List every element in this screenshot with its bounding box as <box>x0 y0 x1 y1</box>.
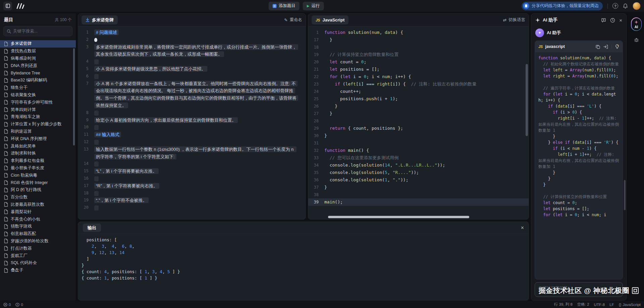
history-clock-icon[interactable] <box>610 18 615 23</box>
code-line: 18 <box>78 190 306 197</box>
problem-list: 多米诺骨牌 查找热点数据 病毒感染时间 <box>0 40 76 274</box>
search-box[interactable] <box>3 26 72 36</box>
send-icon[interactable] <box>614 289 620 294</box>
sidebar-item[interactable]: 环状 DNA 序列整理 <box>0 135 76 142</box>
sidebar-item[interactable]: 链表聚集交换 <box>0 91 76 99</box>
ai-question-input-box[interactable] <box>535 282 623 297</box>
copy-icon[interactable] <box>596 45 600 49</box>
code-editor-panel: JS JavaScript ⇄ 切换语言 1function solution(… <box>308 13 529 220</box>
sidebar-item[interactable]: 及格如此简单 <box>0 142 76 150</box>
sidebar-item[interactable]: 暴雨梨花针 <box>0 208 76 215</box>
sidebar-item[interactable]: DNA 序列还原 <box>0 62 76 69</box>
editor-language-tab[interactable]: JS JavaScript <box>312 15 348 24</box>
document-icon <box>4 78 8 83</box>
cursor-position[interactable]: 行 39, 列 8 <box>554 302 573 307</box>
main-area: 多米诺骨牌 ✎ 重命名 1# 问题描述23多米诺骨牌游戏规则非常简单，将骨牌按一… <box>78 13 529 301</box>
panel-toggle-button[interactable] <box>3 2 12 10</box>
document-icon <box>4 63 8 68</box>
ai-panel-scrollbar[interactable] <box>624 180 626 210</box>
insert-code-icon[interactable] <box>603 45 608 49</box>
problem-tab[interactable]: 多米诺骨牌 <box>82 15 118 24</box>
line-number: 11 <box>78 131 94 138</box>
help-button[interactable]: ? <box>612 3 618 9</box>
run-play-icon: ▶ <box>307 4 310 8</box>
problem-markdown-editor[interactable]: 1# 问题描述23多米诺骨牌游戏规则非常简单，将骨牌按一定间距的尺寸排成单行，或… <box>78 26 306 219</box>
output-tab[interactable]: 输出 <box>83 224 101 232</box>
switch-arrows-icon: ⇄ <box>503 17 506 22</box>
code-line: 18 <box>308 44 529 51</box>
debug-bug-icon[interactable] <box>634 37 639 43</box>
sidebar-item[interactable]: 字符串有多少种可能性 <box>0 99 76 106</box>
code-editor[interactable]: 1function solution(num, data) {17 }1819 … <box>308 26 529 219</box>
editor-vertical-scrollbar[interactable] <box>526 64 528 136</box>
promo-banner[interactable]: 分享代码练习体验，领限量定制周边 <box>522 2 603 10</box>
switch-language-button[interactable]: ⇄ 切换语言 <box>503 17 525 23</box>
sidebar-item[interactable]: 查找热点数据 <box>0 48 76 55</box>
topbar-divider <box>607 3 608 9</box>
sidebar-item[interactable]: Base32 编码和解码 <box>0 77 76 84</box>
sidebar-item[interactable]: 病毒感染时间 <box>0 55 76 62</box>
sidebar-item[interactable]: 比赛最高获胜次数 <box>0 201 76 208</box>
output-close-icon[interactable]: × <box>521 225 524 231</box>
encoding-setting[interactable]: UTF-8 <box>594 303 605 307</box>
editor-horizontal-scrollbar[interactable] <box>328 216 469 218</box>
sidebar-scrollbar[interactable] <box>73 48 75 145</box>
sidebar-item[interactable]: 不再贪心的小包 <box>0 215 76 223</box>
sidebar-item[interactable]: RGB 色值转 Integer <box>0 179 76 186</box>
sidebar-item[interactable]: 穿越沙漠的补给次数 <box>0 238 76 245</box>
output-console[interactable]: positions: [ 2, 3, 4, 6, 8, 9, 12, 13, 1… <box>78 234 529 284</box>
errors-indicator[interactable]: 0 <box>3 303 11 307</box>
sidebar-item[interactable]: 多米诺骨牌 <box>0 40 76 48</box>
add-problem-label: 添加题目 <box>279 3 296 9</box>
download-arrow-icon <box>86 18 90 22</box>
sidebar-item[interactable]: 蛋糕工厂 <box>0 252 76 259</box>
ai-question-input[interactable] <box>538 286 612 291</box>
rename-button[interactable]: ✎ 重命名 <box>284 17 302 23</box>
sidebar-item[interactable]: 最小替换子串长度 <box>0 165 76 172</box>
braces-icon: {} <box>619 303 622 307</box>
notification-bell-icon[interactable] <box>623 3 628 9</box>
code-line: 1# 问题描述 <box>78 29 306 36</box>
sidebar-item[interactable]: Cion 勒索病毒 <box>0 172 76 179</box>
sidebar-item[interactable]: SQL 代码补全 <box>0 259 76 267</box>
sidebar-item[interactable]: 和的逆运算 <box>0 128 76 135</box>
code-line: 35 console.log(solution(5, "R....")); <box>308 169 529 176</box>
warnings-indicator[interactable]: 0 <box>15 303 23 307</box>
sidebar-item[interactable]: 猜数字游戏 <box>0 223 76 230</box>
line-number: 18 <box>308 44 324 51</box>
add-problem-button[interactable]: 添加题目 <box>269 2 300 10</box>
sidebar-item[interactable]: 青海湖租车之旅 <box>0 113 76 121</box>
sidebar-item[interactable]: Bytedance Tree <box>0 69 76 77</box>
sidebar-item-label: 最小替换子串长度 <box>11 165 44 171</box>
new-chat-icon[interactable] <box>601 18 606 23</box>
sidebar-item[interactable]: 叠盘子 <box>0 267 76 274</box>
sidebar-item[interactable]: 百分位数 <box>0 194 76 201</box>
indent-setting[interactable]: 空格: 2 <box>577 302 589 307</box>
lightbulb-icon[interactable] <box>615 44 619 49</box>
eol-setting[interactable]: LF <box>609 303 614 307</box>
line-number: 5 <box>78 65 94 73</box>
sidebar-item[interactable]: 猫鱼分干 <box>0 84 76 91</box>
user-avatar[interactable] <box>633 2 641 10</box>
sidebar-item[interactable]: 打点计数器 <box>0 245 76 252</box>
document-icon <box>4 246 8 251</box>
code-line <box>538 188 619 194</box>
sidebar-item[interactable]: 简单四则计算 <box>0 106 76 113</box>
ai-code-block[interactable]: function solution(num, data) { // 初始化两个数… <box>535 52 623 221</box>
code-line: 25 positions.push(i + 1); <box>308 95 529 103</box>
ai-rail-button[interactable]: AI <box>631 17 642 31</box>
sidebar-item[interactable]: 计算位置 x 到 y 的最少步数 <box>0 121 76 128</box>
sidebar-item[interactable]: 拿到最多红包金额 <box>0 157 76 165</box>
card-divider <box>611 45 612 49</box>
sidebar-item[interactable]: 进制求和转换 <box>0 150 76 157</box>
code-line: } <box>538 170 619 176</box>
search-input[interactable] <box>13 29 69 34</box>
language-mode[interactable]: {} JavaScript <box>619 303 641 307</box>
sidebar-item[interactable]: 创意标题匹配 <box>0 230 76 238</box>
close-icon[interactable]: × <box>619 17 622 23</box>
sidebar-item[interactable]: 阿 D 的飞行路线 <box>0 186 76 194</box>
line-number: 9 <box>78 117 94 124</box>
line-number: 29 <box>308 125 324 132</box>
code-line: 9给定小 A 最初推骨牌的方向，求出最后依然保持竖立的骨牌数目和位置。 <box>78 117 306 124</box>
run-button[interactable]: ▶ 运行 <box>303 2 324 10</box>
